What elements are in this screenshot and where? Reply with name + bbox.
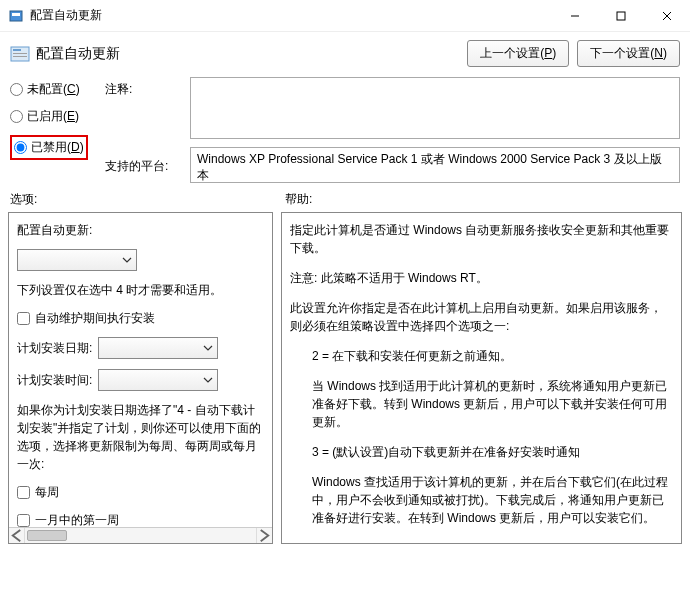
help-panel: 指定此计算机是否通过 Windows 自动更新服务接收安全更新和其他重要下载。 … [281,212,682,544]
options-heading: 配置自动更新: [17,221,264,239]
svg-rect-1 [12,13,20,16]
radio-enabled[interactable]: 已启用(E) [10,108,95,125]
schedule-time-label: 计划安装时间: [17,371,92,389]
right-inputs: Windows XP Professional Service Pack 1 或… [190,77,680,183]
help-p1: 指定此计算机是否通过 Windows 自动更新服务接收安全更新和其他重要下载。 [290,221,673,257]
radio-not-configured-input[interactable] [10,83,23,96]
first-week-checkbox-label: 一月中的第一周 [35,511,119,527]
help-p2: 注意: 此策略不适用于 Windows RT。 [290,269,673,287]
help-opt2-desc: 当 Windows 找到适用于此计算机的更新时，系统将通知用户更新已准备好下载。… [290,377,673,431]
comment-textarea[interactable] [190,77,680,139]
scroll-thumb[interactable] [27,530,67,541]
platform-label: 支持的平台: [105,159,168,173]
svg-rect-9 [13,56,27,57]
next-setting-button[interactable]: 下一个设置(N) [577,40,680,67]
weekly-checkbox-label: 每周 [35,483,59,501]
scroll-track[interactable] [25,528,256,543]
schedule-time-select[interactable] [98,369,218,391]
options-panel: 配置自动更新: 下列设置仅在选中 4 时才需要和适用。 自动维护期间执行安装 计… [8,212,273,544]
help-opt3: 3 = (默认设置)自动下载更新并在准备好安装时通知 [290,443,673,461]
options-label: 选项: [10,191,285,208]
svg-rect-8 [13,53,27,54]
svg-rect-3 [617,12,625,20]
help-content[interactable]: 指定此计算机是否通过 Windows 自动更新服务接收安全更新和其他重要下载。 … [282,213,681,543]
help-label: 帮助: [285,191,312,208]
lower-panels: 配置自动更新: 下列设置仅在选中 4 时才需要和适用。 自动维护期间执行安装 计… [0,212,690,552]
platform-text: Windows XP Professional Service Pack 1 或… [197,152,662,182]
maximize-button[interactable] [598,0,644,32]
options-hscrollbar[interactable] [9,527,272,543]
app-icon [8,8,24,24]
help-opt3-desc: Windows 查找适用于该计算机的更新，并在后台下载它们(在此过程中，用户不会… [290,473,673,527]
configure-updates-select[interactable] [17,249,137,271]
radio-not-configured-label: 未配置(C) [27,81,80,98]
options-note: 下列设置仅在选中 4 时才需要和适用。 [17,281,264,299]
window-title: 配置自动更新 [30,7,102,24]
comment-label: 注释: [105,81,180,98]
scroll-left-icon[interactable] [9,528,25,543]
header: 配置自动更新 上一个设置(P) 下一个设置(N) [0,32,690,73]
options-content[interactable]: 配置自动更新: 下列设置仅在选中 4 时才需要和适用。 自动维护期间执行安装 计… [9,213,272,527]
chevron-down-icon [203,375,213,385]
page-title: 配置自动更新 [36,45,120,63]
policy-icon [10,45,30,63]
maint-checkbox-label: 自动维护期间执行安装 [35,309,155,327]
radio-enabled-label: 已启用(E) [27,108,79,125]
config-section: 未配置(C) 已启用(E) 已禁用(D) 注释: 支持的平台: Windows … [0,73,690,185]
radio-enabled-input[interactable] [10,110,23,123]
section-labels: 选项: 帮助: [0,185,690,212]
close-button[interactable] [644,0,690,32]
state-radio-group: 未配置(C) 已启用(E) 已禁用(D) [10,77,95,183]
help-p3: 此设置允许你指定是否在此计算机上启用自动更新。如果启用该服务，则必须在组策略设置… [290,299,673,335]
prev-setting-button[interactable]: 上一个设置(P) [467,40,569,67]
chevron-down-icon [122,255,132,265]
svg-rect-7 [13,49,21,51]
weekly-checkbox-row[interactable]: 每周 [17,483,264,501]
first-week-checkbox-row[interactable]: 一月中的第一周 [17,511,264,527]
radio-disabled-highlight: 已禁用(D) [10,135,88,160]
prev-setting-label: 上一个设置(P) [480,46,556,60]
radio-disabled-label: 已禁用(D) [31,139,84,156]
maint-checkbox[interactable] [17,312,30,325]
weekly-checkbox[interactable] [17,486,30,499]
titlebar: 配置自动更新 [0,0,690,32]
schedule-desc: 如果你为计划安装日期选择了"4 - 自动下载计划安装"并指定了计划，则你还可以使… [17,401,264,473]
maint-checkbox-row[interactable]: 自动维护期间执行安装 [17,309,264,327]
schedule-date-label: 计划安装日期: [17,339,92,357]
radio-disabled-input[interactable] [14,141,27,154]
first-week-checkbox[interactable] [17,514,30,527]
radio-disabled[interactable]: 已禁用(D) [14,139,84,156]
mid-labels: 注释: 支持的平台: [105,77,180,183]
scroll-right-icon[interactable] [256,528,272,543]
next-setting-label: 下一个设置(N) [590,46,667,60]
help-opt2: 2 = 在下载和安装任何更新之前通知。 [290,347,673,365]
schedule-date-select[interactable] [98,337,218,359]
platform-box: Windows XP Professional Service Pack 1 或… [190,147,680,183]
chevron-down-icon [203,343,213,353]
minimize-button[interactable] [552,0,598,32]
radio-not-configured[interactable]: 未配置(C) [10,81,95,98]
